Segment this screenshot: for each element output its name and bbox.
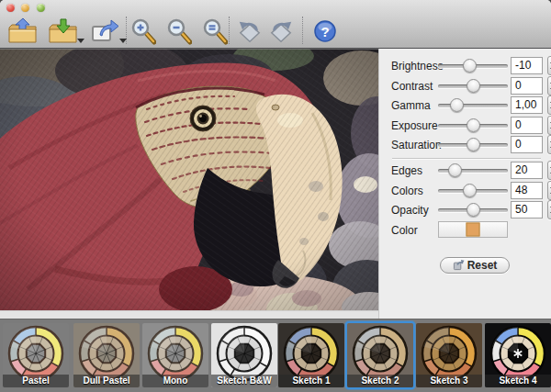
open-button[interactable] [7,16,40,47]
saturation-slider-thumb[interactable] [467,138,480,151]
edges-label: Edges [391,164,422,177]
slider-row-exposure: Exposure0 [379,118,551,134]
rotate-left-button[interactable] [237,16,264,47]
color-row: Color [379,221,551,240]
question-icon: ? [312,17,338,45]
brightness-label: Brightness [391,60,444,73]
toolbar-separator [229,17,230,44]
exposure-slider-thumb[interactable] [467,118,480,132]
reset-button[interactable]: Reset [440,257,510,274]
preset-thumb-sketch-1[interactable]: Sketch 1 [278,323,344,387]
preset-thumb-sketch-3[interactable]: Sketch 3 [416,323,482,387]
preset-filmstrip: PastelDull PastelMonoSketch B&WSketch 1S… [0,319,551,392]
image-canvas[interactable] [0,49,378,310]
brightness-value-field[interactable]: -10 [511,57,543,74]
contrast-stepper[interactable] [547,76,551,95]
save-menu-caret-icon [77,39,84,43]
contrast-label: Contrast [391,80,433,93]
folder-down-arrow-icon [48,17,79,45]
panel-divider [392,158,541,160]
help-button[interactable]: ? [312,16,340,47]
app-window: ? [0,0,551,392]
export-button[interactable] [90,16,127,47]
preset-label: Mono [142,375,208,387]
magnifier-minus-icon [166,17,192,45]
preset-thumb-sketch-b-w[interactable]: Sketch B&W [211,323,277,387]
save-button[interactable] [48,16,84,47]
gamma-slider[interactable] [438,104,508,107]
opacity-slider[interactable] [438,208,508,212]
edges-value-field[interactable]: 20 [511,162,543,179]
macaw-preview-image [0,49,378,310]
color-swatch [467,223,480,237]
toolbar-separator [126,17,127,44]
contrast-value-field[interactable]: 0 [511,77,543,95]
slider-row-brightness: Brightness-10 [379,58,551,74]
preset-thumb-mono[interactable]: Mono [142,323,208,387]
preset-thumb-dull-pastel[interactable]: Dull Pastel [73,323,140,387]
reset-icon [453,259,465,271]
magnifier-equal-icon [202,17,228,45]
saturation-label: Saturation [391,139,442,151]
preset-label: Sketch 3 [416,375,482,387]
opacity-value-field[interactable]: 50 [511,201,543,218]
preset-label: Dull Pastel [73,375,140,387]
colors-value-field[interactable]: 48 [511,182,543,199]
magnifier-plus-icon [130,17,156,45]
preset-label: Pastel [3,375,69,387]
color-label: Color [391,224,418,237]
preset-label: Sketch 1 [278,375,344,387]
minimize-button[interactable] [21,4,29,12]
toolbar-separator [302,17,303,44]
gamma-stepper[interactable] [547,95,551,115]
preset-label: Sketch 4 [485,375,551,387]
contrast-slider[interactable] [438,84,508,88]
exposure-slider[interactable] [438,124,508,128]
zoom-out-button[interactable] [166,16,194,47]
colors-slider[interactable] [438,189,508,193]
exposure-value-field[interactable]: 0 [511,117,543,134]
frame-out-arrow-icon [90,17,121,45]
close-button[interactable] [6,4,15,12]
opacity-label: Opacity [391,204,429,217]
edges-slider-thumb[interactable] [448,163,462,177]
preset-label: Sketch 2 [347,375,413,387]
saturation-value-field[interactable]: 0 [511,136,543,153]
exposure-stepper[interactable] [547,116,551,135]
svg-text:?: ? [320,24,329,39]
preset-thumb-sketch-4[interactable]: Sketch 4 [485,323,551,387]
saturation-slider[interactable] [438,143,508,147]
slider-row-contrast: Contrast0 [379,78,551,95]
rotate-right-button[interactable] [268,16,296,47]
zoom-actual-size-button[interactable] [202,16,230,47]
colors-stepper[interactable] [547,181,551,200]
adjustments-panel: Brightness-10Contrast0Gamma1,00Exposure0… [378,49,551,319]
preset-thumb-pastel[interactable]: Pastel [3,323,69,387]
gamma-slider-thumb[interactable] [450,98,464,112]
gamma-value-field[interactable]: 1,00 [511,96,543,114]
folder-up-arrow-icon [7,17,39,45]
canvas-filmstrip-gap [0,310,378,319]
rotate-left-icon [237,17,263,45]
slider-row-gamma: Gamma1,00 [379,97,551,114]
colors-slider-thumb[interactable] [463,184,477,197]
zoom-in-button[interactable] [130,16,158,47]
zoom-window-button[interactable] [37,4,45,12]
slider-row-saturation: Saturation0 [379,137,551,153]
slider-row-colors: Colors48 [379,183,551,199]
opacity-stepper[interactable] [547,200,551,219]
brightness-slider-thumb[interactable] [463,59,477,73]
reset-label: Reset [467,259,498,272]
brightness-stepper[interactable] [547,56,551,75]
titlebar-toolbar: ? [0,0,551,49]
colors-label: Colors [391,185,423,197]
opacity-slider-thumb[interactable] [467,203,480,217]
saturation-stepper[interactable] [547,135,551,154]
brightness-slider[interactable] [438,64,508,68]
rotate-right-icon [268,17,294,45]
contrast-slider-thumb[interactable] [467,79,480,93]
preset-thumb-sketch-2[interactable]: Sketch 2 [347,323,413,387]
edges-slider[interactable] [438,169,508,173]
edges-stepper[interactable] [547,161,551,180]
color-well[interactable] [438,221,508,238]
